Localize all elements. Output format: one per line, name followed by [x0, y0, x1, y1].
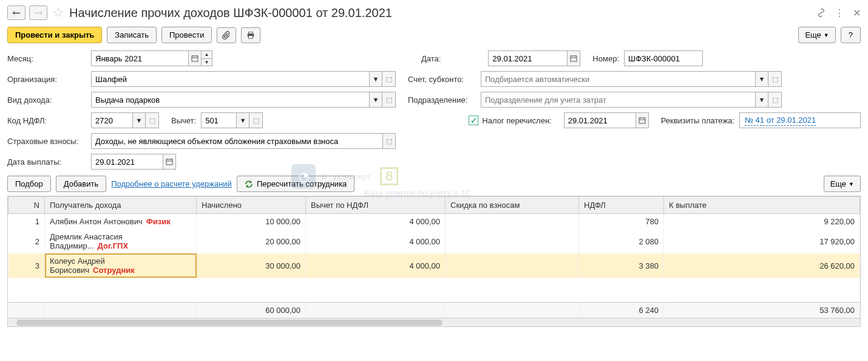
- open-icon[interactable]: ⬚: [768, 92, 782, 108]
- chevron-down-icon[interactable]: ▼: [369, 92, 382, 108]
- open-icon[interactable]: ⬚: [382, 92, 396, 108]
- insurance-label: Страховые взносы:: [7, 137, 86, 146]
- deduction-label: Вычет:: [171, 116, 196, 125]
- col-recipient[interactable]: Получатель дохода: [45, 197, 197, 214]
- open-icon[interactable]: ⬚: [146, 112, 159, 128]
- svg-rect-0: [249, 32, 253, 33]
- cell-deduction[interactable]: 4 000,00: [306, 229, 446, 253]
- horizontal-scrollbar[interactable]: [8, 318, 860, 326]
- help-button[interactable]: ?: [841, 27, 861, 43]
- number-label: Номер:: [592, 54, 619, 63]
- ndfl-code-input[interactable]: [91, 112, 132, 128]
- table-more-button[interactable]: Еще ▼: [824, 176, 861, 192]
- deduction-input[interactable]: [201, 112, 236, 128]
- calendar-icon[interactable]: [636, 112, 649, 128]
- col-n[interactable]: N: [8, 197, 45, 214]
- favorite-icon[interactable]: ☆: [52, 5, 64, 21]
- payment-details-link[interactable]: № 41 от 29.01.2021: [745, 115, 816, 126]
- table-row[interactable]: 2 Дремлик Анастасия Владимир...Дог.ГПХ 2…: [8, 229, 860, 253]
- forward-button[interactable]: 🡒: [29, 5, 47, 20]
- month-up[interactable]: ▲: [202, 50, 212, 58]
- tax-paid-label: Налог перечислен:: [482, 116, 551, 125]
- chevron-down-icon[interactable]: ▼: [132, 112, 146, 128]
- save-button[interactable]: Записать: [107, 27, 157, 43]
- cell-payout[interactable]: 9 220,00: [664, 214, 860, 230]
- calendar-icon[interactable]: [163, 154, 176, 170]
- income-type-input[interactable]: [91, 92, 369, 108]
- page-title: Начисление прочих доходов ШФЗК-000001 от…: [69, 6, 813, 20]
- cell-discount[interactable]: [446, 229, 579, 253]
- cell-recipient[interactable]: Дремлик Анастасия Владимир...Дог.ГПХ: [45, 229, 197, 253]
- menu-icon[interactable]: ⋮: [835, 7, 844, 19]
- col-payout[interactable]: К выплате: [664, 197, 860, 214]
- table-row[interactable]: 3 Колеус Андрей БорисовичСотрудник 30 00…: [8, 253, 860, 278]
- org-label: Организация:: [7, 75, 86, 84]
- date-input[interactable]: [488, 50, 567, 66]
- add-button[interactable]: Добавить: [56, 176, 106, 192]
- number-input[interactable]: [624, 50, 703, 66]
- open-icon[interactable]: ⬚: [249, 112, 263, 128]
- org-input[interactable]: [91, 71, 369, 87]
- payout-date-input[interactable]: [91, 154, 163, 170]
- print-button[interactable]: [241, 27, 260, 43]
- recipients-table: N Получатель дохода Начислено Вычет по Н…: [7, 196, 861, 327]
- svg-rect-6: [166, 159, 172, 165]
- cell-accrued[interactable]: 10 000,00: [197, 214, 306, 230]
- cell-deduction[interactable]: 4 000,00: [306, 253, 446, 278]
- total-payout: 53 760,00: [664, 302, 860, 318]
- col-accrued[interactable]: Начислено: [197, 197, 306, 214]
- ndfl-code-label: Код НДФЛ:: [7, 116, 86, 125]
- chevron-down-icon[interactable]: ▼: [236, 112, 249, 128]
- calendar-icon[interactable]: [567, 50, 580, 66]
- subdivision-input[interactable]: [481, 92, 755, 108]
- post-button[interactable]: Провести: [161, 27, 212, 43]
- insurance-input[interactable]: [91, 133, 382, 149]
- tax-paid-checkbox[interactable]: ✓: [469, 115, 478, 125]
- table-row[interactable]: 1 Алябин Антон АнтоновичФизик 10 000,00 …: [8, 214, 860, 230]
- month-label: Месяц:: [7, 54, 86, 63]
- open-icon[interactable]: ⬚: [768, 71, 782, 87]
- cell-payout[interactable]: 26 620,00: [664, 253, 860, 278]
- svg-rect-5: [639, 118, 645, 123]
- link-icon[interactable]: [816, 8, 826, 18]
- chevron-down-icon[interactable]: ▼: [369, 71, 382, 87]
- calendar-icon[interactable]: [188, 50, 202, 66]
- month-down[interactable]: ▼: [202, 58, 212, 66]
- col-ndfl[interactable]: НДФЛ: [579, 197, 664, 214]
- cell-recipient[interactable]: Колеус Андрей БорисовичСотрудник: [45, 253, 197, 278]
- open-icon[interactable]: ⬚: [382, 71, 396, 87]
- chevron-down-icon[interactable]: ▼: [755, 92, 768, 108]
- chevron-down-icon[interactable]: ▼: [755, 71, 768, 87]
- date-label: Дата:: [421, 54, 441, 63]
- cell-payout[interactable]: 17 920,00: [664, 229, 860, 253]
- cell-accrued[interactable]: 20 000,00: [197, 229, 306, 253]
- cell-n: 3: [8, 253, 45, 278]
- more-button[interactable]: Еще ▼: [798, 27, 835, 43]
- cell-accrued[interactable]: 30 000,00: [197, 253, 306, 278]
- cell-ndfl[interactable]: 3 380: [579, 253, 664, 278]
- close-icon[interactable]: ✕: [853, 7, 861, 19]
- cell-ndfl[interactable]: 780: [579, 214, 664, 230]
- details-link[interactable]: Подробнее о расчете удержаний: [111, 179, 232, 188]
- cell-ndfl[interactable]: 2 080: [579, 229, 664, 253]
- recalc-button[interactable]: Пересчитать сотрудника: [237, 176, 354, 192]
- cell-discount[interactable]: [446, 214, 579, 230]
- open-icon[interactable]: ⬚: [382, 133, 396, 149]
- account-input[interactable]: [481, 71, 755, 87]
- svg-rect-2: [249, 35, 253, 38]
- col-deduction[interactable]: Вычет по НДФЛ: [306, 197, 446, 214]
- total-ndfl: 6 240: [579, 302, 664, 318]
- tax-paid-date-input[interactable]: [564, 112, 636, 128]
- attach-button[interactable]: [217, 27, 236, 43]
- col-discount[interactable]: Скидка по взносам: [446, 197, 579, 214]
- post-close-button[interactable]: Провести и закрыть: [7, 27, 102, 43]
- back-button[interactable]: 🡐: [7, 5, 25, 20]
- cell-n: 2: [8, 229, 45, 253]
- month-input[interactable]: [91, 50, 188, 66]
- payout-date-label: Дата выплаты:: [7, 157, 86, 167]
- cell-discount[interactable]: [446, 253, 579, 278]
- cell-recipient[interactable]: Алябин Антон АнтоновичФизик: [45, 214, 197, 230]
- select-button[interactable]: Подбор: [7, 176, 51, 192]
- subdivision-label: Подразделение:: [408, 95, 476, 105]
- cell-deduction[interactable]: 4 000,00: [306, 214, 446, 230]
